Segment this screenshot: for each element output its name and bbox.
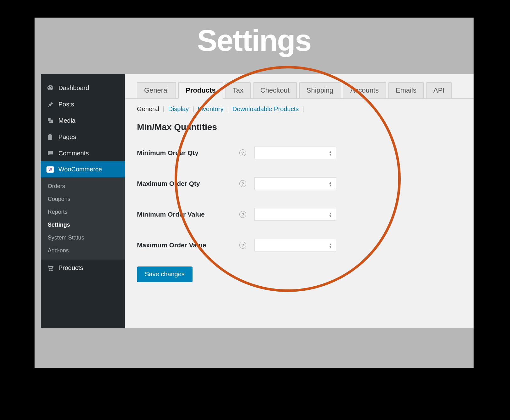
- sidebar-item-label: Media: [58, 117, 75, 124]
- help-icon[interactable]: ?: [239, 149, 246, 156]
- sidebar-item-label: Dashboard: [58, 84, 89, 92]
- separator: |: [227, 105, 229, 112]
- input-max-order-qty[interactable]: ▲▼: [254, 177, 336, 190]
- tab-shipping[interactable]: Shipping: [299, 82, 341, 98]
- tab-checkout[interactable]: Checkout: [253, 82, 297, 98]
- row-min-order-qty: Minimum Order Qty ? ▲▼: [125, 141, 474, 172]
- settings-tabs: General Products Tax Checkout Shipping A…: [125, 82, 474, 99]
- sidebar-item-comments[interactable]: Comments: [41, 145, 125, 161]
- pages-icon: [46, 133, 54, 141]
- number-stepper-icon[interactable]: ▲▼: [329, 241, 334, 250]
- dashboard-icon: [46, 84, 54, 92]
- tab-products[interactable]: Products: [178, 82, 223, 99]
- subtab-display[interactable]: Display: [168, 105, 189, 112]
- submenu-system-status[interactable]: System Status: [41, 231, 125, 244]
- tab-general[interactable]: General: [137, 82, 176, 98]
- sidebar-item-dashboard[interactable]: Dashboard: [41, 80, 125, 96]
- separator: |: [163, 105, 165, 112]
- main-content: General Products Tax Checkout Shipping A…: [125, 74, 474, 328]
- input-min-order-qty[interactable]: ▲▼: [254, 147, 336, 159]
- admin-sidebar: Dashboard Posts Media Pages Comments W W…: [41, 74, 125, 328]
- sidebar-item-label: Posts: [58, 101, 74, 108]
- sidebar-item-woocommerce[interactable]: W WooCommerce: [41, 161, 125, 177]
- sidebar-item-media[interactable]: Media: [41, 112, 125, 129]
- separator: |: [302, 105, 304, 112]
- submenu-add-ons[interactable]: Add-ons: [41, 244, 125, 257]
- row-max-order-value: Maximum Order Value ? ▲▼: [125, 233, 474, 264]
- save-button[interactable]: Save changes: [137, 267, 193, 282]
- submenu-orders[interactable]: Orders: [41, 180, 125, 193]
- subtab-general[interactable]: General: [137, 105, 159, 112]
- sidebar-item-label: WooCommerce: [58, 166, 102, 173]
- presentation-frame: Settings Dashboard Posts Media Pages: [35, 18, 474, 368]
- tab-api[interactable]: API: [426, 82, 452, 98]
- sidebar-item-products[interactable]: Products: [41, 260, 125, 276]
- label-max-order-value: Maximum Order Value: [137, 241, 231, 249]
- tab-emails[interactable]: Emails: [388, 82, 424, 98]
- help-icon[interactable]: ?: [239, 211, 246, 218]
- submenu-coupons[interactable]: Coupons: [41, 193, 125, 206]
- sidebar-item-label: Pages: [58, 133, 76, 141]
- subtab-inventory[interactable]: Inventory: [198, 105, 223, 112]
- number-stepper-icon[interactable]: ▲▼: [329, 180, 334, 188]
- submenu-settings[interactable]: Settings: [41, 218, 125, 231]
- subtab-downloadable[interactable]: Downloadable Products: [232, 105, 299, 112]
- sidebar-item-label: Products: [58, 264, 83, 272]
- sidebar-item-posts[interactable]: Posts: [41, 96, 125, 112]
- input-min-order-value[interactable]: ▲▼: [254, 208, 336, 221]
- products-subtabs: General | Display | Inventory | Download…: [125, 99, 474, 120]
- tab-tax[interactable]: Tax: [225, 82, 251, 98]
- comment-icon: [46, 149, 54, 157]
- media-icon: [46, 117, 54, 124]
- tab-accounts[interactable]: Accounts: [343, 82, 386, 98]
- woo-icon: W: [46, 166, 54, 173]
- label-min-order-value: Minimum Order Value: [137, 211, 231, 218]
- sidebar-item-label: Comments: [58, 150, 89, 157]
- row-max-order-qty: Maximum Order Qty ? ▲▼: [125, 172, 474, 202]
- frame-title: Settings: [35, 18, 474, 67]
- number-stepper-icon[interactable]: ▲▼: [329, 210, 334, 219]
- woocommerce-submenu: Orders Coupons Reports Settings System S…: [41, 177, 125, 260]
- sidebar-item-pages[interactable]: Pages: [41, 129, 125, 145]
- help-icon[interactable]: ?: [239, 180, 246, 187]
- help-icon[interactable]: ?: [239, 242, 246, 249]
- number-stepper-icon[interactable]: ▲▼: [329, 149, 334, 158]
- section-title: Min/Max Quantities: [125, 120, 474, 141]
- label-max-order-qty: Maximum Order Qty: [137, 180, 231, 187]
- cart-icon: [46, 264, 54, 272]
- separator: |: [193, 105, 194, 112]
- label-min-order-qty: Minimum Order Qty: [137, 149, 231, 157]
- pin-icon: [46, 100, 54, 108]
- submenu-reports[interactable]: Reports: [41, 206, 125, 218]
- app-window: Dashboard Posts Media Pages Comments W W…: [41, 74, 474, 328]
- input-max-order-value[interactable]: ▲▼: [254, 239, 336, 251]
- row-min-order-value: Minimum Order Value ? ▲▼: [125, 202, 474, 233]
